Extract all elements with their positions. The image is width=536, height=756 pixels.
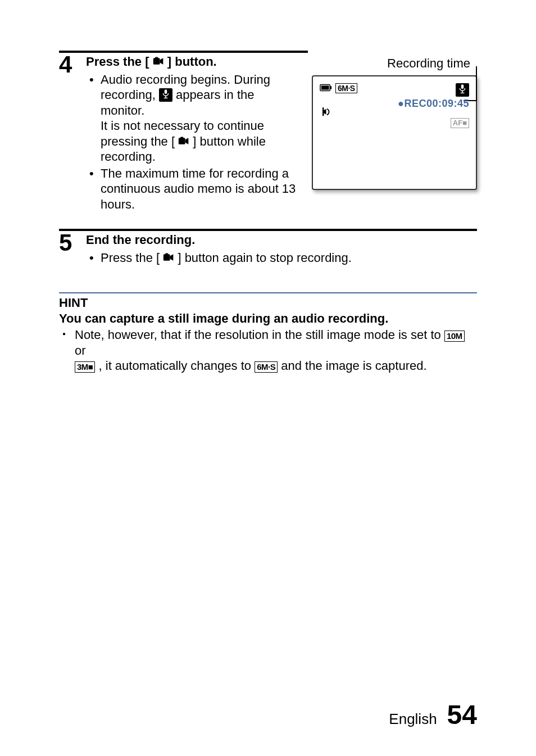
monitor-rec-timer: ●REC00:09:45 [398, 98, 469, 110]
svg-rect-9 [321, 85, 329, 89]
svg-rect-4 [164, 98, 168, 98]
leader-line [476, 66, 477, 101]
step4-title: Press the [ ] button. [86, 54, 296, 70]
step-5: 5 End the recording. Press the [ ] [59, 232, 477, 266]
video-button-icon [153, 56, 164, 69]
svg-rect-15 [165, 253, 168, 255]
step5-b1-a: Press the [ [101, 251, 160, 265]
monitor-af-lock: AF■ [451, 118, 469, 128]
step-number-5: 5 [59, 231, 86, 255]
camera-monitor: 6M·S ●REC00:09:45 [312, 75, 477, 190]
step5-bullet-1: Press the [ ] button again to stop recor… [86, 250, 477, 266]
monitor-res-6ms: 6M·S [335, 83, 357, 93]
svg-rect-10 [461, 84, 464, 89]
rule-above-step4 [59, 51, 308, 53]
hint-line-a: Note, however, that if the resolution in… [75, 328, 444, 342]
step5-b1-b: ] button again to stop recording. [178, 251, 351, 265]
svg-rect-2 [165, 89, 167, 94]
step4-title-b: ] button. [167, 55, 217, 69]
figure-caption: Recording time [312, 56, 470, 71]
res-10m-icon: 10M [444, 331, 465, 342]
svg-rect-8 [330, 86, 331, 89]
hint-line-c: , it automatically changes to [99, 359, 255, 373]
svg-rect-1 [155, 57, 158, 59]
svg-rect-11 [462, 90, 463, 92]
svg-rect-6 [180, 137, 183, 138]
hint-box: HINT You can capture a still image durin… [59, 292, 477, 374]
footer-page-number: 54 [447, 699, 477, 730]
svg-rect-0 [153, 58, 160, 65]
monitor-mic-icon [456, 83, 469, 97]
page-footer: English 54 [389, 699, 477, 730]
hint-rule [59, 292, 477, 293]
step5-title: End the recording. [86, 232, 477, 248]
rule-above-step5 [59, 229, 477, 231]
step4-bullet-2: The maximum time for recording a continu… [86, 166, 296, 212]
hint-bullet: Note, however, that if the resolution in… [59, 327, 477, 374]
monitor-mode-icon [320, 106, 332, 121]
mic-badge-icon [159, 88, 172, 102]
step-4: 4 Press the [ ] button. [59, 54, 477, 213]
video-button-icon [178, 136, 189, 148]
svg-rect-3 [165, 96, 166, 97]
hint-title: HINT [59, 296, 477, 310]
step4-title-a: Press the [ [86, 55, 149, 69]
hint-subtitle: You can capture a still image during an … [59, 311, 477, 326]
step-number-4: 4 [59, 53, 86, 76]
video-button-icon [163, 252, 174, 265]
res-6ms-icon: 6M·S [255, 361, 278, 373]
footer-language: English [389, 710, 437, 728]
svg-rect-5 [179, 138, 185, 144]
svg-rect-14 [163, 254, 170, 261]
step4-bullet-1: Audio recording begins. During recording… [86, 72, 296, 165]
hint-line-d: and the image is captured. [281, 359, 426, 373]
battery-icon [320, 84, 332, 93]
res-3m-icon: 3M■ [75, 361, 95, 373]
hint-line-b: or [75, 343, 86, 357]
svg-rect-12 [461, 93, 465, 93]
